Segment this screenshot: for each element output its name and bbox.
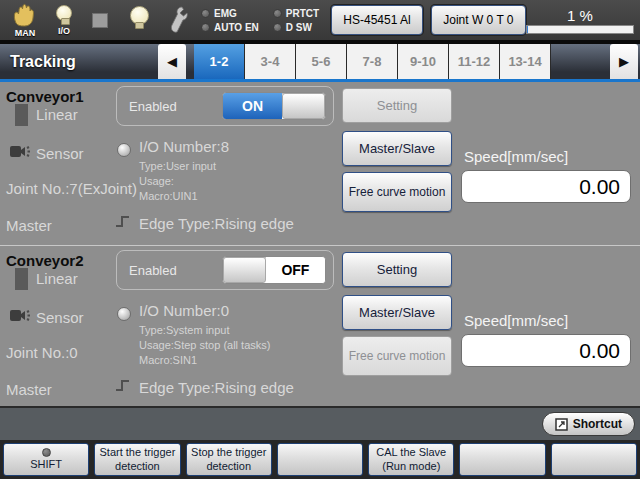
robot-type-button[interactable]: HS-45451 Al: [331, 5, 423, 35]
wrench-icon: [169, 5, 189, 35]
chevron-right-icon: ▶: [619, 54, 629, 69]
manual-mode-label: MAN: [15, 28, 36, 38]
d-sw-led-icon: [273, 23, 282, 32]
auto-en-led-icon: [201, 23, 210, 32]
manual-mode-button[interactable]: MAN: [12, 3, 38, 38]
nav-tab[interactable]: 13-14: [500, 44, 551, 79]
led-auto-en: AUTO EN: [201, 22, 259, 33]
io-label: I/O: [58, 26, 70, 36]
linear-type-icon: [15, 268, 28, 290]
linear-type-icon: [15, 104, 28, 126]
enabled-label: Enabled: [129, 263, 177, 278]
fkey-blank-2[interactable]: [459, 443, 545, 476]
io-detail-lines: Type:User input Usage: Macro:UIN1: [139, 159, 216, 204]
tab-scroll-left-button[interactable]: ◀: [158, 44, 186, 79]
status-led-panel: EMG PRTCT AUTO EN D SW: [201, 8, 319, 33]
toggle-state-label: ON: [223, 93, 282, 119]
enabled-toggle[interactable]: OFF: [222, 256, 326, 284]
enabled-toggle[interactable]: ON: [222, 92, 326, 120]
conveyor-name: Conveyor1: [6, 88, 84, 105]
linear-label: Linear: [36, 270, 78, 287]
speed-unit-label: Speed[mm/sec]: [464, 148, 568, 165]
rising-edge-icon[interactable]: [114, 214, 131, 233]
shortcut-button[interactable]: Shortcut: [542, 412, 635, 436]
io-number-label: I/O Number:8: [139, 138, 229, 155]
sensor-io-radio[interactable]: [117, 307, 131, 321]
toggle-knob: [282, 93, 325, 119]
master-label: Master: [6, 381, 52, 398]
io-usage-label: Usage:Step stop (all tasks): [139, 338, 270, 353]
setting-button[interactable]: Setting: [342, 88, 452, 123]
fkey-start-trigger[interactable]: Start the trigger detection: [94, 443, 180, 476]
joint-no-label: Joint No.:7(ExJoint): [6, 180, 137, 197]
io-number-label: I/O Number:0: [139, 302, 229, 319]
sensor-label: Sensor: [36, 309, 84, 326]
tab-scroll-right-button[interactable]: ▶: [610, 44, 638, 79]
led-prtct: PRTCT: [273, 8, 319, 19]
teach-pendant-screen: MAN I/O EMG PRTCT: [0, 0, 640, 479]
fkey-cal-slave[interactable]: CAL the Slave (Run mode): [368, 443, 454, 476]
fkey-label: SHIFT: [30, 458, 62, 471]
io-macro-label: Macro:SIN1: [139, 353, 270, 368]
speed-unit-label: Speed[mm/sec]: [464, 312, 568, 329]
conveyor1-section: Conveyor1 Linear Enabled ON Setting: [0, 82, 640, 245]
fkey-label: Stop the trigger detection: [188, 446, 270, 472]
setting-button[interactable]: Setting: [342, 252, 452, 287]
led-emg: EMG: [201, 8, 259, 19]
sensor-label: Sensor: [36, 145, 84, 162]
nav-tab[interactable]: 3-4: [245, 44, 296, 79]
io-detail-lines: Type:System input Usage:Step stop (all t…: [139, 323, 270, 368]
maintenance-button[interactable]: [169, 5, 189, 35]
fkey-shift[interactable]: SHIFT: [3, 443, 89, 476]
sensor-icon: [9, 142, 31, 164]
nav-tab[interactable]: 9-10: [398, 44, 449, 79]
motor-lamp-icon: [130, 6, 149, 25]
motor-lamp-button[interactable]: [130, 6, 149, 35]
toggle-state-label: OFF: [266, 257, 325, 283]
override-progress-fill: [527, 26, 528, 33]
nav-wrap: Tracking ◀ 1-2 3-4 5-6 7-8 9-10 11-12 13…: [0, 40, 640, 82]
fkey-label: Start the trigger detection: [96, 446, 178, 472]
enabled-group: Enabled ON: [116, 86, 334, 126]
nav-tab[interactable]: 5-6: [296, 44, 347, 79]
nav-tab[interactable]: 7-8: [347, 44, 398, 79]
override-percent-label: 1 %: [567, 7, 593, 24]
stop-status-button[interactable]: [92, 13, 108, 28]
io-usage-label: Usage:: [139, 174, 216, 189]
coordinate-mode-button[interactable]: Joint W 0 T 0: [431, 5, 526, 35]
sensor-io-radio[interactable]: [117, 143, 131, 157]
fkey-stop-trigger[interactable]: Stop the trigger detection: [186, 443, 272, 476]
io-macro-label: Macro:UIN1: [139, 189, 216, 204]
tracking-nav-bar: Tracking ◀ 1-2 3-4 5-6 7-8 9-10 11-12 13…: [0, 44, 640, 79]
shortcut-label: Shortcut: [573, 417, 622, 431]
fkey-label: CAL the Slave (Run mode): [370, 446, 452, 472]
io-type-label: Type:User input: [139, 159, 216, 174]
chevron-left-icon: ◀: [167, 54, 177, 69]
led-d-sw: D SW: [273, 22, 319, 33]
toggle-knob: [223, 257, 266, 283]
hand-icon: [12, 3, 38, 27]
fkey-blank-1[interactable]: [277, 443, 363, 476]
master-slave-button[interactable]: Master/Slave: [342, 131, 452, 166]
linear-label: Linear: [36, 106, 78, 123]
enabled-label: Enabled: [129, 99, 177, 114]
nav-tab[interactable]: 11-12: [449, 44, 500, 79]
tracking-main-panel: Conveyor1 Linear Enabled ON Setting: [0, 82, 640, 408]
speed-value-display: 0.00: [461, 334, 631, 367]
rising-edge-icon[interactable]: [114, 378, 131, 397]
fkey-blank-3[interactable]: [551, 443, 637, 476]
top-status-bar: MAN I/O EMG PRTCT: [0, 0, 640, 40]
nav-tab[interactable]: 1-2: [194, 44, 245, 79]
master-slave-button[interactable]: Master/Slave: [342, 295, 452, 330]
free-curve-button[interactable]: Free curve motion: [342, 172, 452, 212]
override-progress-bar: [526, 25, 634, 34]
speed-override-display[interactable]: 1 %: [526, 7, 634, 34]
emg-led-icon: [201, 9, 210, 18]
free-curve-button[interactable]: Free curve motion: [342, 336, 452, 376]
enabled-group: Enabled OFF: [116, 250, 334, 290]
io-type-label: Type:System input: [139, 323, 270, 338]
io-monitor-button[interactable]: I/O: [56, 5, 72, 36]
square-stop-icon: [92, 13, 108, 28]
prtct-led-icon: [273, 9, 282, 18]
shortcut-strip: Shortcut: [0, 408, 640, 440]
